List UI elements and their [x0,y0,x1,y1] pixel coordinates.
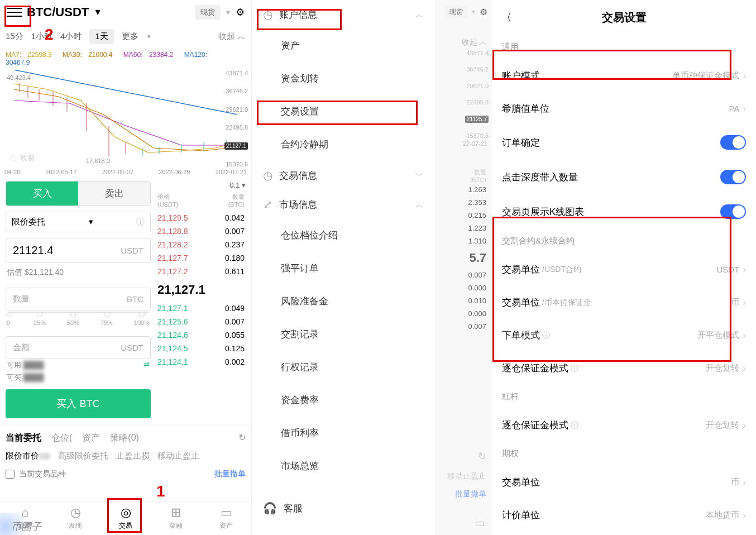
collapse-button[interactable]: 收起 ︿ [218,31,246,42]
history-icon[interactable]: ↻ [238,432,246,444]
menu-cooldown[interactable]: 合约冷静期 [260,128,428,161]
annotation-2: 2 [45,26,54,44]
side-menu: ◷ 账户信息 ︿ 资产 资金划转 交易设置 合约冷静期 ◷ 交易信息 ﹀ ⤢ 市… [252,0,436,535]
tf-15m[interactable]: 15分 [6,31,23,42]
nav-assets[interactable]: ▭资产 [201,502,251,535]
section-market-info[interactable]: ⤢ 市场信息 ︿ [260,190,428,219]
menu-market-overview[interactable]: 市场总览 [260,450,428,483]
subtab-trailing[interactable]: 移动止盈止 [157,451,199,461]
info-icon[interactable]: ⓘ [571,421,578,431]
percent-slider[interactable]: 025%50%75%100% [6,311,151,331]
bid-row[interactable]: 21,124.60.055 [156,328,246,342]
price-input[interactable]: 21121.4USDT [6,238,151,263]
orderbook-scale[interactable]: 0.1 ▾ [156,181,246,193]
info-icon[interactable]: ⓘ [136,217,145,227]
menu-exercise[interactable]: 行权记录 [260,351,428,384]
menu-funding-rate[interactable]: 资金费率 [260,384,428,417]
chevron-right-icon: › [743,297,746,308]
menu-transfer[interactable]: 资金划转 [260,62,428,95]
amount-input[interactable]: 金额USDT [6,336,151,359]
row-quote-unit[interactable]: 计价单位 本地货币› [492,499,756,532]
row-depth-qty: 点击深度带入数量 [492,160,756,194]
menu-borrow-rate[interactable]: 借币利率 [260,417,428,450]
faded-background: 现货 ▼ ⚙ 收起 ︿ 43871.436746.229621.022495.8… [436,0,492,535]
x-tick: 2022-05-17 [45,169,76,175]
row-trade-unit-coin[interactable]: 交易单位/币本位保证金 币› [492,286,756,319]
swap-icon[interactable]: ⇄ [143,360,150,370]
tf-4h[interactable]: 4小时 [60,31,82,42]
section-trade-info[interactable]: ◷ 交易信息 ﹀ [260,161,428,190]
ask-row[interactable]: 21,127.70.180 [156,251,246,265]
toggle-kline[interactable] [720,204,746,219]
price-chart[interactable]: 43871.4 36746.2 29621.0 22495.8 21127.1 … [2,70,249,168]
tab-assets[interactable]: 资产 [82,432,100,444]
row-greek-unit[interactable]: 希腊值单位 PA› [492,92,756,125]
quantity-input[interactable]: 数量BTC [6,288,151,311]
tab-strategy[interactable]: 策略(0) [110,432,139,444]
subtab-limit[interactable]: 限价市价 [6,451,50,461]
menu-assets[interactable]: 资产 [260,29,428,62]
ask-row[interactable]: 21,129.50.042 [156,211,246,224]
section-general: 通用 [492,35,756,59]
bid-row[interactable]: 21,127.10.049 [156,302,246,315]
trading-pair[interactable]: BTC/USDT [27,5,89,20]
nav-trade[interactable]: ◎交易 [101,502,151,535]
spot-badge[interactable]: 现货 [195,5,221,20]
ask-row[interactable]: 21,128.80.007 [156,224,246,238]
ask-row[interactable]: 21,127.20.611 [156,265,246,278]
menu-icon[interactable] [7,4,22,20]
buy-tab[interactable]: 买入 [6,181,78,206]
row-isolated-margin[interactable]: 逐仓保证金模式ⓘ 开仓划转› [492,352,756,385]
chevron-right-icon: › [743,510,746,521]
subtab-stop[interactable]: 止盈止损 [116,451,150,461]
sell-tab[interactable]: 卖出 [78,181,150,206]
customer-service[interactable]: 🎧 客服 [260,494,428,523]
menu-delivery[interactable]: 交割记录 [260,318,428,351]
dropdown-icon[interactable]: ▼ [93,7,102,17]
candle-settings-icon[interactable]: ⚙ [236,6,245,18]
info-icon[interactable]: ⓘ [571,364,578,374]
dropdown-icon: ▼ [146,34,152,40]
order-type-select[interactable]: 限价委托▾ ⓘ [6,212,151,232]
tf-1d[interactable]: 1天 [89,29,113,44]
orderbook: 0.1 ▾ 价格(USDT) 数量(BTC) 21,129.50.042 21,… [156,181,246,418]
tab-positions[interactable]: 仓位( [51,432,72,444]
mid-price: 21,127.1 [156,278,246,302]
section-leverage: 杠杆 [492,385,756,409]
bid-row[interactable]: 21,125.60.007 [156,315,246,328]
menu-trade-settings[interactable]: 交易设置 [260,95,428,128]
info-icon[interactable]: ⓘ [542,331,550,341]
trading-screen: BTC/USDT ▼ 现货 ▼ ⚙ 2 15分 1小时 4小时 1天 更多 ▼ … [0,0,252,535]
row-trade-unit-usdt[interactable]: 交易单位/USDT合约 USDT› [492,253,756,286]
menu-risk-reserve[interactable]: 风险准备金 [260,285,428,318]
chevron-up-icon: ︿ [415,8,424,21]
toggle-order-confirm[interactable] [720,135,746,150]
subtab-advanced[interactable]: 高级限价委托 [58,451,108,461]
tab-current-orders[interactable]: 当前委托 [6,432,41,444]
batch-cancel-link[interactable]: 批量撤单 [214,469,246,479]
row-lever-margin[interactable]: 逐仓保证金模式ⓘ 开仓划转› [492,409,756,442]
candle-icon: ⚙ [480,7,487,17]
chart-high: 40,423.4 [7,74,31,81]
clock-icon: ◷ [263,169,272,182]
y-tick: 15370.6 [224,161,248,168]
row-option-unit[interactable]: 交易单位 币› [492,466,756,499]
filter-checkbox[interactable] [6,470,15,479]
nav-finance[interactable]: ⊞金融 [151,502,201,535]
chevron-right-icon: › [743,477,746,488]
menu-liquidation[interactable]: 强平订单 [260,252,428,285]
wallet-icon: ▭ [475,516,485,529]
section-account-info[interactable]: ◷ 账户信息 ︿ [260,0,428,29]
tf-more[interactable]: 更多 [122,31,138,42]
back-button[interactable]: 〈 [501,10,512,25]
ask-row[interactable]: 21,128.20.237 [156,238,246,251]
row-account-mode[interactable]: 账户模式 单币种保证金模式› [492,59,756,92]
filter-label: 当前交易品种 [19,469,66,479]
bid-row[interactable]: 21,124.10.002 [156,355,246,369]
toggle-depth-qty[interactable] [720,170,746,184]
buy-button[interactable]: 买入 BTC [6,389,151,418]
menu-position-tier[interactable]: 仓位档位介绍 [260,219,428,252]
chart-watermark: ⬚ 欧易 [10,153,35,163]
bid-row[interactable]: 21,124.50.125 [156,342,246,355]
row-order-mode[interactable]: 下单模式ⓘ 开平仓模式› [492,319,756,352]
